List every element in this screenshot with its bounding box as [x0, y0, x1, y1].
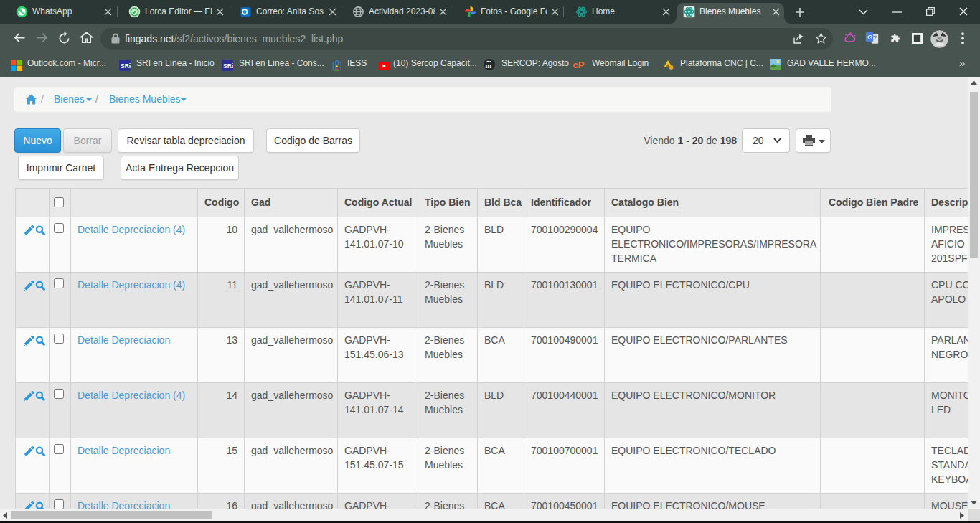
svg-text:SRi: SRi [121, 62, 131, 70]
svg-text:m: m [485, 61, 491, 70]
svg-text:G: G [867, 34, 872, 41]
svg-text:cP: cP [573, 60, 585, 70]
svg-text:SRi: SRi [223, 62, 233, 70]
